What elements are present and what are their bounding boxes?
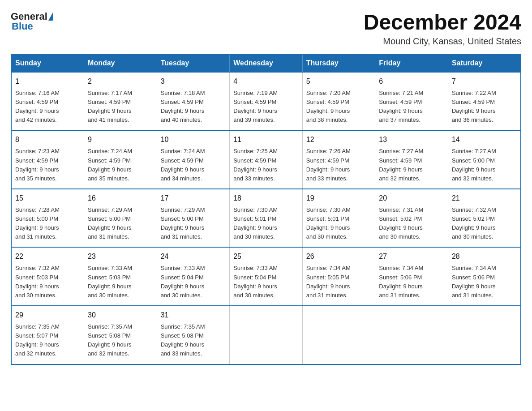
calendar-cell [375,306,448,364]
calendar-cell: 20 Sunrise: 7:31 AMSunset: 5:02 PMDaylig… [375,189,448,248]
day-info: Sunrise: 7:18 AMSunset: 4:59 PMDaylight:… [161,89,226,125]
day-info: Sunrise: 7:35 AMSunset: 5:08 PMDaylight:… [161,322,226,359]
calendar-week-row: 22 Sunrise: 7:32 AMSunset: 5:03 PMDaylig… [11,247,521,306]
day-info: Sunrise: 7:21 AMSunset: 4:59 PMDaylight:… [379,89,444,125]
calendar-cell: 28 Sunrise: 7:34 AMSunset: 5:06 PMDaylig… [448,247,521,306]
calendar-cell: 17 Sunrise: 7:29 AMSunset: 5:00 PMDaylig… [157,189,230,248]
calendar-cell: 18 Sunrise: 7:30 AMSunset: 5:01 PMDaylig… [230,189,303,248]
day-info: Sunrise: 7:27 AMSunset: 5:00 PMDaylight:… [452,147,517,183]
calendar-header-saturday: Saturday [448,54,521,72]
day-number: 31 [161,310,226,321]
day-number: 5 [306,76,372,87]
day-number: 18 [233,193,299,204]
calendar-cell: 8 Sunrise: 7:23 AMSunset: 4:59 PMDayligh… [11,130,84,189]
day-info: Sunrise: 7:30 AMSunset: 5:01 PMDaylight:… [233,206,299,242]
logo-triangle-icon [48,13,53,21]
day-number: 30 [88,310,153,321]
day-info: Sunrise: 7:24 AMSunset: 4:59 PMDaylight:… [161,147,226,183]
calendar-header-row: SundayMondayTuesdayWednesdayThursdayFrid… [11,54,521,72]
day-number: 10 [161,134,226,145]
day-number: 6 [379,76,444,87]
calendar-cell [230,306,303,364]
day-info: Sunrise: 7:17 AMSunset: 4:59 PMDaylight:… [88,89,153,125]
calendar-cell: 7 Sunrise: 7:22 AMSunset: 4:59 PMDayligh… [448,72,521,131]
calendar-cell: 9 Sunrise: 7:24 AMSunset: 4:59 PMDayligh… [84,130,157,189]
calendar-cell: 2 Sunrise: 7:17 AMSunset: 4:59 PMDayligh… [84,72,157,131]
calendar-cell: 4 Sunrise: 7:19 AMSunset: 4:59 PMDayligh… [230,72,303,131]
title-block: December 2024 Mound City, Kansas, United… [364,11,521,47]
calendar-cell: 21 Sunrise: 7:32 AMSunset: 5:02 PMDaylig… [448,189,521,248]
day-number: 2 [88,76,153,87]
day-number: 25 [233,251,299,262]
calendar-cell: 24 Sunrise: 7:33 AMSunset: 5:04 PMDaylig… [157,247,230,306]
calendar-cell: 13 Sunrise: 7:27 AMSunset: 4:59 PMDaylig… [375,130,448,189]
day-info: Sunrise: 7:33 AMSunset: 5:04 PMDaylight:… [233,264,299,300]
calendar-cell: 12 Sunrise: 7:26 AMSunset: 4:59 PMDaylig… [302,130,375,189]
day-info: Sunrise: 7:35 AMSunset: 5:07 PMDaylight:… [15,322,80,359]
day-number: 4 [233,76,299,87]
calendar-cell: 5 Sunrise: 7:20 AMSunset: 4:59 PMDayligh… [302,72,375,131]
calendar-header-thursday: Thursday [302,54,375,72]
day-number: 3 [161,76,226,87]
calendar-header-monday: Monday [84,54,157,72]
logo: General Blue [11,11,54,32]
day-number: 1 [15,76,80,87]
calendar-cell: 30 Sunrise: 7:35 AMSunset: 5:08 PMDaylig… [84,306,157,364]
calendar-header-tuesday: Tuesday [157,54,230,72]
calendar-header-friday: Friday [375,54,448,72]
subtitle: Mound City, Kansas, United States [364,36,521,47]
day-number: 15 [15,193,80,204]
calendar-header-wednesday: Wednesday [230,54,303,72]
calendar-cell [302,306,375,364]
calendar-cell: 29 Sunrise: 7:35 AMSunset: 5:07 PMDaylig… [11,306,84,364]
day-number: 27 [379,251,444,262]
day-number: 11 [233,134,299,145]
calendar-cell: 16 Sunrise: 7:29 AMSunset: 5:00 PMDaylig… [84,189,157,248]
day-info: Sunrise: 7:33 AMSunset: 5:04 PMDaylight:… [161,264,226,300]
day-info: Sunrise: 7:34 AMSunset: 5:05 PMDaylight:… [306,264,372,300]
day-number: 7 [452,76,517,87]
day-info: Sunrise: 7:34 AMSunset: 5:06 PMDaylight:… [379,264,444,300]
day-info: Sunrise: 7:30 AMSunset: 5:01 PMDaylight:… [306,206,372,242]
calendar-cell: 15 Sunrise: 7:28 AMSunset: 5:00 PMDaylig… [11,189,84,248]
day-number: 24 [161,251,226,262]
day-info: Sunrise: 7:23 AMSunset: 4:59 PMDaylight:… [15,147,80,183]
calendar-cell: 14 Sunrise: 7:27 AMSunset: 5:00 PMDaylig… [448,130,521,189]
calendar-cell: 23 Sunrise: 7:33 AMSunset: 5:03 PMDaylig… [84,247,157,306]
day-info: Sunrise: 7:26 AMSunset: 4:59 PMDaylight:… [306,147,372,183]
day-number: 12 [306,134,372,145]
day-number: 21 [452,193,517,204]
day-info: Sunrise: 7:16 AMSunset: 4:59 PMDaylight:… [15,89,80,125]
day-info: Sunrise: 7:25 AMSunset: 4:59 PMDaylight:… [233,147,299,183]
day-number: 13 [379,134,444,145]
day-number: 29 [15,310,80,321]
day-number: 26 [306,251,372,262]
page-title: December 2024 [364,11,521,34]
day-info: Sunrise: 7:32 AMSunset: 5:03 PMDaylight:… [15,264,80,300]
calendar-header-sunday: Sunday [11,54,84,72]
day-number: 8 [15,134,80,145]
calendar-week-row: 15 Sunrise: 7:28 AMSunset: 5:00 PMDaylig… [11,189,521,248]
calendar-cell: 6 Sunrise: 7:21 AMSunset: 4:59 PMDayligh… [375,72,448,131]
day-info: Sunrise: 7:29 AMSunset: 5:00 PMDaylight:… [88,206,153,242]
day-number: 19 [306,193,372,204]
day-number: 16 [88,193,153,204]
day-number: 28 [452,251,517,262]
day-number: 14 [452,134,517,145]
day-info: Sunrise: 7:27 AMSunset: 4:59 PMDaylight:… [379,147,444,183]
day-info: Sunrise: 7:33 AMSunset: 5:03 PMDaylight:… [88,264,153,300]
day-info: Sunrise: 7:24 AMSunset: 4:59 PMDaylight:… [88,147,153,183]
day-number: 9 [88,134,153,145]
calendar-cell: 19 Sunrise: 7:30 AMSunset: 5:01 PMDaylig… [302,189,375,248]
calendar-cell [448,306,521,364]
day-number: 20 [379,193,444,204]
day-info: Sunrise: 7:20 AMSunset: 4:59 PMDaylight:… [306,89,372,125]
calendar-cell: 25 Sunrise: 7:33 AMSunset: 5:04 PMDaylig… [230,247,303,306]
calendar-cell: 1 Sunrise: 7:16 AMSunset: 4:59 PMDayligh… [11,72,84,131]
day-number: 22 [15,251,80,262]
calendar-cell: 26 Sunrise: 7:34 AMSunset: 5:05 PMDaylig… [302,247,375,306]
calendar-cell: 10 Sunrise: 7:24 AMSunset: 4:59 PMDaylig… [157,130,230,189]
day-info: Sunrise: 7:34 AMSunset: 5:06 PMDaylight:… [452,264,517,300]
calendar-cell: 22 Sunrise: 7:32 AMSunset: 5:03 PMDaylig… [11,247,84,306]
calendar-cell: 31 Sunrise: 7:35 AMSunset: 5:08 PMDaylig… [157,306,230,364]
